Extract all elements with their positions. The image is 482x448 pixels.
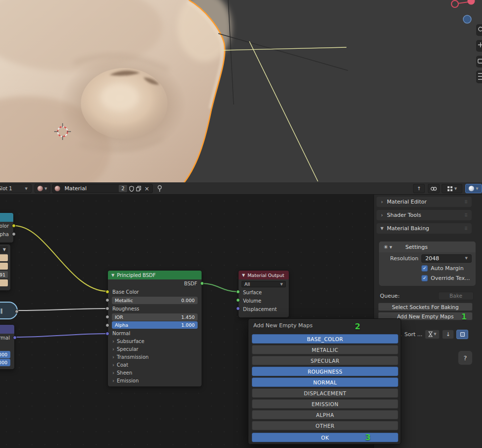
ior-slider[interactable]: IOR 1.450: [112, 313, 198, 321]
unlink-material-button[interactable]: ×: [143, 185, 150, 192]
option-roughness[interactable]: ROUGHNESS: [252, 367, 398, 376]
chevron-down-icon: ▼: [111, 273, 114, 277]
color-swatch[interactable]: [0, 263, 8, 270]
node-image-texture[interactable]: Color Alpha: [0, 212, 14, 243]
section-specular[interactable]: ›Specular: [108, 345, 202, 353]
socket-color-out[interactable]: [12, 224, 16, 228]
surface-label: Surface: [239, 288, 289, 297]
chevron-down-icon: ▼: [389, 245, 392, 249]
chevron-right-icon: ›: [112, 353, 114, 361]
socket-normal-out[interactable]: [13, 336, 17, 340]
value-slider[interactable]: 91: [0, 271, 8, 278]
socket-base-color-in[interactable]: [105, 290, 109, 294]
material-users-button[interactable]: 2: [119, 185, 127, 192]
queue-hourglass-button[interactable]: ▼: [425, 330, 440, 339]
select-sockets-button[interactable]: Select Sockets For Baking: [378, 303, 473, 311]
viewport-3d[interactable]: [0, 0, 482, 182]
ok-button[interactable]: OK: [252, 433, 398, 442]
socket-metallic-in[interactable]: [105, 298, 109, 302]
socket-alpha-out[interactable]: [12, 232, 16, 236]
section-transmission[interactable]: ›Transmission: [108, 353, 202, 361]
add-new-empty-maps-popup: Add New Empty Maps BASE_COLOR METALLIC S…: [248, 318, 401, 445]
metallic-slider[interactable]: Metallic 0.000: [112, 297, 198, 304]
socket-ior-in[interactable]: [105, 315, 109, 319]
fake-user-shield-icon[interactable]: [129, 186, 134, 192]
option-base-color[interactable]: BASE_COLOR: [252, 334, 398, 344]
option-metallic[interactable]: METALLIC: [252, 345, 398, 354]
override-texture-checkbox[interactable]: ✓: [421, 275, 428, 281]
browse-material-button[interactable]: ▼: [34, 184, 50, 193]
color-swatch[interactable]: [0, 254, 8, 261]
node-header[interactable]: [0, 325, 14, 334]
panel-material-baking[interactable]: ▼ Material Baking ⠿: [377, 223, 472, 234]
chevron-right-icon: ›: [112, 345, 114, 353]
node-header[interactable]: ▼ Material Output: [239, 271, 289, 279]
shader-editor-header: Slot 1 ▼ ▼ Material 2 × ↑ ▼ ▼: [0, 182, 482, 195]
help-button[interactable]: ?: [458, 350, 473, 365]
bake-settings-header[interactable]: ✳ ▼ Settings: [379, 241, 476, 252]
panel-grip-icon[interactable]: ⠿: [464, 213, 468, 218]
show-maps-toggle[interactable]: [456, 330, 468, 339]
wire-base-color: [14, 226, 107, 291]
option-normal[interactable]: NORMAL: [252, 378, 398, 387]
panel-grip-icon[interactable]: ⠿: [464, 200, 468, 205]
section-coat[interactable]: ›Coat: [108, 361, 202, 369]
color-swatch[interactable]: [0, 279, 8, 286]
panel-grip-icon[interactable]: ⠿: [464, 226, 468, 231]
material-name[interactable]: Material: [62, 185, 117, 192]
node-principled-bsdf[interactable]: ▼ Principled BSDF BSDF Base Color Metall…: [107, 270, 202, 387]
go-to-parent-button[interactable]: ↑: [413, 184, 425, 193]
link-nodes-button[interactable]: [428, 184, 440, 193]
collapse-bars-icon: ‖: [0, 308, 3, 314]
section-emission[interactable]: ›Emission: [108, 377, 202, 385]
option-displacement[interactable]: DISPLACEMENT: [252, 388, 398, 398]
annotation-step-1: 1: [461, 312, 467, 321]
enum-dropdown[interactable]: ▼: [0, 246, 8, 253]
pin-icon[interactable]: [157, 185, 163, 192]
material-name-field[interactable]: Material 2 ×: [52, 184, 153, 193]
option-other[interactable]: OTHER: [252, 421, 398, 430]
node-title: Principled BSDF: [117, 273, 156, 278]
resolution-dropdown[interactable]: 2048 ▼: [421, 254, 472, 263]
output-target-dropdown[interactable]: All ▼: [241, 281, 286, 287]
socket-value-out[interactable]: [15, 310, 19, 313]
snapping-options-button[interactable]: ▼: [442, 184, 462, 193]
node-material-output[interactable]: ▼ Material Output All ▼ Surface Volume D…: [238, 270, 289, 318]
section-subsurface[interactable]: ›Subsurface: [108, 338, 202, 345]
chevron-down-icon: ▼: [454, 187, 457, 191]
grid-snap-icon: [447, 186, 453, 192]
chevron-down-icon: ▼: [25, 187, 28, 191]
node-header[interactable]: ▼ Principled BSDF: [108, 271, 202, 279]
base-color-label: Base Color: [108, 288, 202, 296]
socket-surface-in[interactable]: [236, 290, 240, 294]
bake-button[interactable]: Bake: [438, 292, 474, 300]
socket-bsdf-out[interactable]: [200, 281, 204, 285]
move-down-button[interactable]: ↓: [442, 330, 454, 339]
panel-shader-tools[interactable]: › Shader Tools ⠿: [377, 210, 472, 220]
socket-displacement-in[interactable]: [236, 307, 240, 310]
normal-x-slider[interactable]: 000: [0, 351, 10, 358]
node-color-params[interactable]: ▼ 91: [0, 244, 11, 291]
copy-material-icon[interactable]: [136, 186, 141, 192]
socket-volume-in[interactable]: [236, 298, 240, 302]
panel-material-editor[interactable]: › Material Editor ⠿: [377, 197, 472, 207]
section-sheen[interactable]: ›Sheen: [108, 369, 202, 377]
link-icon: [430, 186, 437, 191]
node-normal-map[interactable]: Normal 000 000: [0, 324, 15, 370]
option-alpha[interactable]: ALPHA: [252, 410, 398, 419]
shading-sphere-button[interactable]: ▼: [465, 184, 482, 193]
option-specular[interactable]: SPECULAR: [252, 356, 398, 365]
option-emission[interactable]: EMISSION: [252, 399, 398, 409]
socket-roughness-in[interactable]: [105, 307, 109, 310]
node-header[interactable]: [0, 213, 13, 222]
normal-y-slider[interactable]: 000: [0, 359, 10, 366]
node-collapsed-selected[interactable]: ‖: [0, 302, 18, 319]
material-slot-dropdown[interactable]: Slot 1 ▼: [0, 184, 32, 193]
auto-margin-checkbox[interactable]: ✓: [421, 265, 428, 272]
socket-alpha-in[interactable]: [105, 323, 109, 327]
chevron-right-icon: ›: [112, 377, 114, 385]
alpha-slider[interactable]: Alpha 1.000: [112, 321, 198, 329]
socket-normal-in[interactable]: [105, 332, 109, 336]
override-texture-row: ✓ Override Tex...: [379, 273, 476, 283]
chevron-down-icon: ▼: [380, 226, 384, 231]
